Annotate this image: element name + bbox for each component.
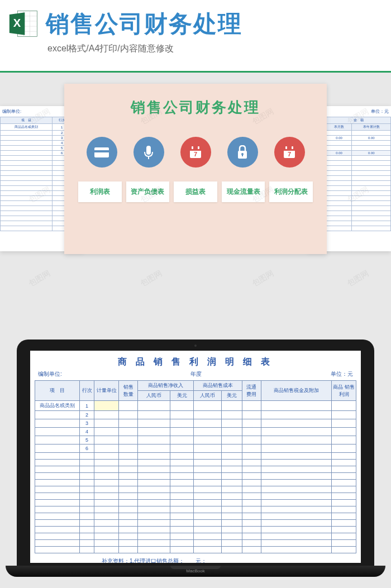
excel-icon: X — [8, 8, 39, 39]
table-row — [35, 473, 356, 480]
col-profit: 商品 销售利润 — [332, 381, 356, 401]
col-net-income: 商品销售净收入 — [138, 381, 194, 391]
page-subtitle: excel格式/A4打印/内容随意修改 — [0, 43, 391, 55]
page-title: 销售公司财务处理 — [46, 12, 242, 36]
nav-balance[interactable]: 资产负债表 — [126, 181, 170, 202]
table-row — [35, 500, 356, 506]
svg-rect-26 — [292, 146, 293, 149]
col-usd-1: 美元 — [170, 391, 194, 401]
icon-row: 7 7 — [75, 137, 316, 168]
table-row — [35, 460, 356, 466]
col-item: 项 目 — [35, 381, 80, 401]
table-row — [35, 540, 356, 547]
laptop-frame: 商 品 销 售 利 润 明 细 表 编制单位: 年度 单位：元 项 目 行次 计… — [17, 340, 374, 566]
button-row: 利润表 资产负债表 损益表 现金流量表 利润分配表 — [75, 181, 316, 202]
nav-profit[interactable]: 利润表 — [78, 181, 122, 202]
footer-notes: 补充资料：1.代理进口销售总额： 元； 2.代理出口销售总额： 元。 — [35, 553, 356, 563]
table-row — [35, 506, 356, 513]
lock-icon — [227, 137, 258, 168]
table-row — [35, 480, 356, 486]
detail-period: 年度 — [190, 370, 202, 378]
table-row: 5 — [35, 436, 356, 444]
table-row — [35, 527, 356, 533]
table-row — [35, 486, 356, 493]
col-unit: 计量单位 — [94, 381, 119, 401]
table-row — [35, 533, 356, 540]
table-row — [35, 466, 356, 473]
table-row — [35, 547, 356, 553]
calendar-icon: 7 — [180, 137, 211, 168]
col-circulation: 流通 费用 — [242, 381, 261, 401]
table-row: 6 — [35, 444, 356, 453]
svg-rect-11 — [94, 150, 109, 152]
preview-area: 编制单位: 项 目行次计 商品品名或类别1 2 3 4 5 6 单位：元 目金 … — [0, 84, 391, 268]
mic-icon — [133, 137, 164, 168]
nav-income[interactable]: 损益表 — [174, 181, 217, 202]
preview-center-card: 销售公司财务处理 7 7 利润表 资产负债表 损益表 现金流量表 利润分配表 — [64, 84, 327, 254]
col-rmb-1: 人民币 — [138, 391, 170, 401]
col-row-num: 行次 — [80, 381, 94, 401]
table-row — [35, 520, 356, 527]
svg-rect-17 — [192, 146, 193, 149]
svg-rect-18 — [198, 146, 199, 149]
laptop-brand: MacBook — [186, 568, 204, 573]
laptop-camera — [194, 345, 197, 347]
col-qty: 销售 数量 — [119, 381, 138, 401]
svg-rect-21 — [242, 154, 243, 156]
card-icon — [87, 137, 117, 168]
calendar-icon-2: 7 — [274, 137, 305, 168]
page-header: X 销售公司财务处理 excel格式/A4打印/内容随意修改 — [0, 0, 391, 73]
svg-rect-25 — [285, 146, 287, 149]
col-usd-2: 美元 — [222, 391, 242, 401]
footer-note-1: 补充资料：1.代理进口销售总额： 元； — [102, 557, 356, 563]
nav-cashflow[interactable]: 现金流量表 — [222, 181, 265, 202]
table-row: 商品品名或类别1 — [35, 401, 356, 411]
table-row — [35, 493, 356, 500]
nav-distribution[interactable]: 利润分配表 — [269, 181, 313, 202]
svg-text:7: 7 — [194, 151, 197, 157]
table-row: 3 — [35, 419, 356, 428]
detail-currency: 单位：元 — [331, 370, 353, 378]
svg-text:7: 7 — [288, 151, 291, 157]
col-cost: 商品销售成本 — [193, 381, 242, 391]
svg-rect-12 — [146, 146, 151, 155]
table-row: 2 — [35, 411, 356, 419]
laptop-mockup: 商 品 销 售 利 润 明 细 表 编制单位: 年度 单位：元 项 目 行次 计… — [17, 340, 374, 577]
laptop-screen: 商 品 销 售 利 润 明 细 表 编制单位: 年度 单位：元 项 目 行次 计… — [30, 351, 361, 563]
detail-unit-label: 编制单位: — [38, 370, 62, 378]
detail-tbody: 商品品名或类别1 2 3 4 5 6 — [35, 401, 356, 553]
table-row — [35, 513, 356, 520]
detail-meta: 编制单位: 年度 单位：元 — [35, 370, 356, 380]
detail-table: 项 目 行次 计量单位 销售 数量 商品销售净收入 商品销售成本 流通 费用 商… — [35, 380, 356, 553]
col-rmb-2: 人民币 — [193, 391, 221, 401]
col-tax: 商品销售税金及附加 — [261, 381, 331, 401]
table-row — [35, 453, 356, 460]
laptop-base: MacBook — [6, 566, 385, 577]
detail-title: 商 品 销 售 利 润 明 细 表 — [35, 356, 356, 368]
center-title: 销售公司财务处理 — [75, 98, 316, 117]
table-row: 4 — [35, 428, 356, 436]
svg-text:X: X — [13, 17, 21, 29]
